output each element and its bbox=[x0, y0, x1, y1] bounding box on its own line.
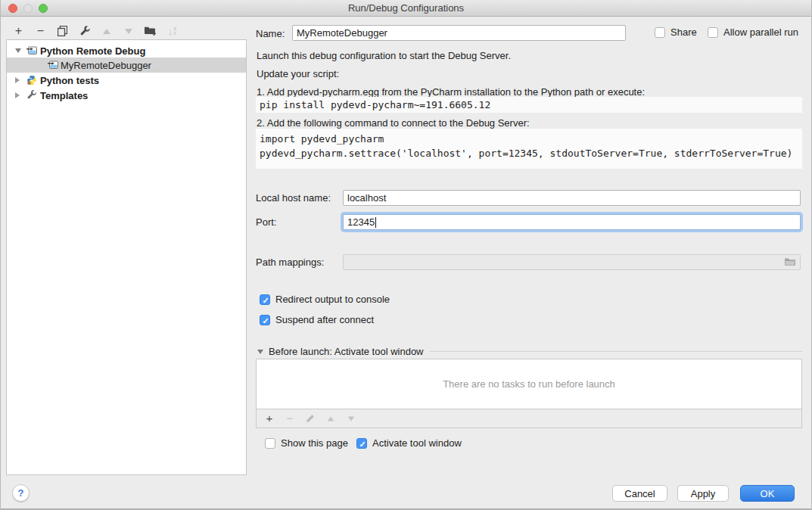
before-launch-task-list[interactable]: There are no tasks to run before launch bbox=[256, 359, 802, 409]
local-host-name-input[interactable]: localhost bbox=[343, 190, 801, 206]
redirect-output-label: Redirect output to console bbox=[275, 294, 390, 305]
edit-templates-button[interactable] bbox=[77, 24, 92, 38]
add-configuration-button[interactable]: + bbox=[11, 24, 26, 38]
run-config-icon bbox=[26, 45, 37, 56]
copy-configuration-button[interactable] bbox=[55, 24, 70, 38]
close-window-icon[interactable] bbox=[8, 4, 17, 13]
remove-task-button[interactable]: − bbox=[284, 412, 296, 425]
before-launch-section-header[interactable]: Before launch: Activate tool window bbox=[257, 346, 802, 357]
empty-task-list-text: There are no tasks to run before launch bbox=[443, 378, 615, 390]
cancel-button[interactable]: Cancel bbox=[612, 485, 667, 502]
step-1-text: 1. Add pydevd-pycharm.egg from the PyCha… bbox=[257, 86, 645, 98]
name-input[interactable]: MyRemoteDebugger bbox=[292, 25, 626, 41]
move-task-down-button[interactable] bbox=[345, 412, 357, 425]
share-label: Share bbox=[670, 26, 697, 38]
local-host-name-value: localhost bbox=[347, 192, 386, 204]
folder-icon[interactable] bbox=[784, 257, 796, 267]
code-line: pydevd_pycharm.settrace('localhost', por… bbox=[260, 146, 798, 160]
title-bar: Run/Debug Configurations bbox=[1, 0, 811, 17]
collapse-icon[interactable] bbox=[257, 350, 263, 354]
local-host-name-label: Local host name: bbox=[256, 190, 331, 206]
move-up-icon bbox=[328, 416, 334, 421]
move-up-button[interactable] bbox=[99, 24, 114, 38]
allow-parallel-run-checkbox[interactable] bbox=[708, 27, 718, 38]
move-task-up-button[interactable] bbox=[325, 412, 337, 425]
port-label: Port: bbox=[256, 214, 276, 230]
run-debug-configurations-dialog: Run/Debug Configurations + − bbox=[0, 0, 812, 510]
tree-item-label: MyRemoteDebugger bbox=[61, 60, 151, 71]
share-checkbox-group[interactable]: Share bbox=[655, 26, 697, 38]
chevron-down-icon[interactable] bbox=[15, 48, 21, 53]
question-mark-icon: ? bbox=[18, 487, 24, 499]
move-up-icon bbox=[103, 29, 110, 34]
chevron-right-icon[interactable] bbox=[15, 77, 20, 83]
window-title: Run/Debug Configurations bbox=[1, 0, 811, 16]
code-line: import pydevd_pycharm bbox=[260, 132, 798, 146]
settrace-code-block: import pydevd_pycharmpydevd_pycharm.sett… bbox=[256, 129, 802, 169]
edit-task-button[interactable] bbox=[304, 412, 316, 425]
wrench-icon bbox=[26, 90, 37, 101]
description-line-1: Launch this debug configuration to start… bbox=[257, 50, 511, 61]
new-folder-button[interactable] bbox=[143, 24, 157, 38]
allow-parallel-run-label: Allow parallel run bbox=[723, 26, 798, 38]
tree-item-label: Python tests bbox=[40, 75, 99, 86]
redirect-output-checkbox-group[interactable]: Redirect output to console bbox=[260, 294, 390, 305]
show-this-page-checkbox[interactable] bbox=[265, 438, 275, 449]
new-folder-icon bbox=[144, 26, 157, 36]
copy-icon bbox=[58, 26, 67, 36]
path-mappings-input[interactable] bbox=[343, 254, 801, 270]
ok-button[interactable]: OK bbox=[740, 485, 795, 502]
tree-item-my-remote-debugger[interactable]: MyRemoteDebugger bbox=[7, 58, 246, 73]
port-value: 12345 bbox=[347, 216, 375, 228]
run-config-icon bbox=[48, 60, 58, 70]
wrench-icon bbox=[79, 26, 90, 36]
section-divider bbox=[430, 351, 802, 352]
configuration-form: Name: MyRemoteDebugger Share Allow paral… bbox=[256, 17, 802, 475]
minimize-window-icon bbox=[23, 4, 33, 13]
redirect-output-checkbox[interactable] bbox=[260, 294, 270, 305]
pip-install-code: pip install pydevd-pycharm~=191.6605.12 bbox=[256, 97, 802, 113]
sort-configurations-button[interactable]: ↓ az bbox=[165, 24, 179, 38]
move-down-icon bbox=[348, 416, 355, 421]
tree-item-python-tests[interactable]: Python tests bbox=[7, 73, 246, 88]
activate-tool-window-checkbox-group[interactable]: Activate tool window bbox=[356, 437, 462, 449]
text-caret bbox=[375, 217, 376, 228]
suspend-after-connect-label: Suspend after connect bbox=[275, 314, 374, 325]
tree-item-label: Python Remote Debug bbox=[40, 45, 145, 57]
help-button[interactable]: ? bbox=[12, 484, 30, 502]
move-down-button[interactable] bbox=[121, 24, 135, 38]
ok-button-label: OK bbox=[761, 488, 775, 499]
suspend-after-connect-checkbox-group[interactable]: Suspend after connect bbox=[260, 314, 374, 325]
allow-parallel-run-checkbox-group[interactable]: Allow parallel run bbox=[708, 26, 798, 38]
share-checkbox[interactable] bbox=[655, 27, 665, 38]
add-task-button[interactable]: + bbox=[263, 412, 275, 425]
sort-alphabetically-icon: ↓ az bbox=[168, 26, 176, 37]
before-launch-toolbar: + − bbox=[256, 409, 802, 428]
configurations-toolbar: + − ↓ bbox=[11, 23, 179, 39]
path-mappings-label: Path mappings: bbox=[256, 254, 324, 270]
tree-item-label: Templates bbox=[40, 90, 88, 101]
remove-configuration-button[interactable]: − bbox=[33, 24, 48, 38]
port-input[interactable]: 12345 bbox=[343, 214, 801, 230]
activate-tool-window-checkbox[interactable] bbox=[356, 438, 367, 449]
configurations-tree: Python Remote Debug MyRemoteDebugger Pyt… bbox=[6, 39, 247, 475]
description-line-2: Update your script: bbox=[257, 68, 339, 79]
add-icon: + bbox=[266, 412, 273, 424]
move-down-icon bbox=[125, 29, 132, 34]
add-icon: + bbox=[15, 25, 22, 37]
python-tests-icon bbox=[26, 75, 37, 86]
name-value: MyRemoteDebugger bbox=[297, 27, 387, 39]
apply-button[interactable]: Apply bbox=[677, 485, 729, 502]
remove-icon: − bbox=[287, 412, 294, 424]
zoom-window-icon[interactable] bbox=[39, 4, 48, 13]
step-2-text: 2. Add the following command to connect … bbox=[257, 117, 530, 129]
show-this-page-checkbox-group[interactable]: Show this page bbox=[265, 437, 348, 449]
chevron-right-icon[interactable] bbox=[15, 92, 20, 98]
tree-item-python-remote-debug[interactable]: Python Remote Debug bbox=[7, 43, 246, 58]
window-bottom-edge bbox=[1, 508, 811, 509]
suspend-after-connect-checkbox[interactable] bbox=[260, 315, 270, 325]
name-label: Name: bbox=[256, 26, 285, 42]
apply-button-label: Apply bbox=[691, 488, 716, 499]
tree-item-templates[interactable]: Templates bbox=[7, 88, 246, 103]
remove-icon: − bbox=[37, 25, 44, 37]
